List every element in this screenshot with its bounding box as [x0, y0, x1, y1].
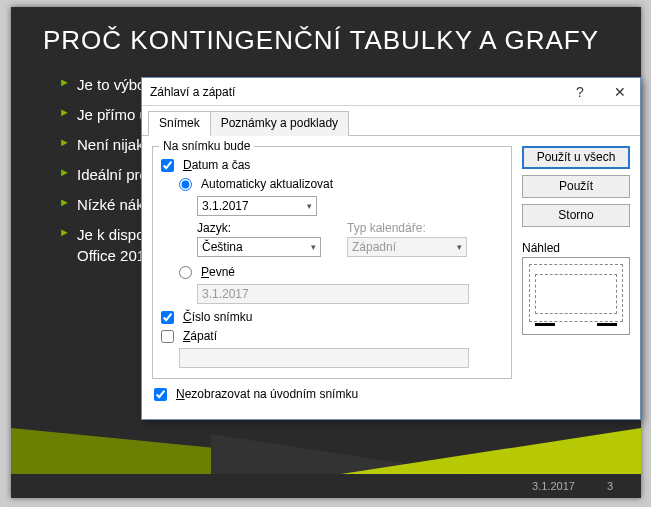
language-label: Jazyk:: [197, 221, 321, 235]
help-icon: ?: [576, 84, 584, 100]
hide-on-title-checkbox[interactable]: [154, 388, 167, 401]
cancel-button[interactable]: Storno: [522, 204, 630, 227]
chevron-down-icon: ▾: [307, 201, 312, 211]
date-format-select[interactable]: 3.1.2017 ▾: [197, 196, 317, 216]
close-icon: ✕: [614, 84, 626, 100]
footer-checkbox[interactable]: [161, 330, 174, 343]
fixed-label: Pevné: [201, 265, 235, 279]
close-button[interactable]: ✕: [600, 78, 640, 105]
apply-all-button[interactable]: Použít u všech: [522, 146, 630, 169]
slide-number-checkbox[interactable]: [161, 311, 174, 324]
chevron-down-icon: ▾: [311, 242, 316, 252]
footer-text-input: [179, 348, 469, 368]
fixed-radio[interactable]: [179, 266, 192, 279]
chevron-down-icon: ▾: [457, 242, 462, 252]
slide-decoration: [11, 428, 641, 474]
footer-label: Zápatí: [183, 329, 217, 343]
header-footer-dialog: Záhlaví a zápatí ? ✕ Snímek Poznámky a p…: [141, 77, 641, 420]
footer-date: 3.1.2017: [532, 480, 575, 492]
auto-update-label: Automaticky aktualizovat: [201, 177, 333, 191]
calendar-type-select: Západní ▾: [347, 237, 467, 257]
language-select[interactable]: Čeština ▾: [197, 237, 321, 257]
dialog-title: Záhlaví a zápatí: [150, 85, 560, 99]
slide-number-label: Číslo snímku: [183, 310, 252, 324]
preview-thumbnail: [522, 257, 630, 335]
apply-button[interactable]: Použít: [522, 175, 630, 198]
dialog-tabs: Snímek Poznámky a podklady: [142, 106, 640, 136]
help-button[interactable]: ?: [560, 78, 600, 105]
hide-on-title-label: Nezobrazovat na úvodním snímku: [176, 387, 358, 401]
datetime-label: Datum a čas: [183, 158, 250, 172]
language-value: Čeština: [202, 240, 243, 254]
calendar-type-value: Západní: [352, 240, 396, 254]
date-format-value: 3.1.2017: [202, 199, 249, 213]
footer-page-number: 3: [607, 480, 613, 492]
datetime-checkbox[interactable]: [161, 159, 174, 172]
tab-slide[interactable]: Snímek: [148, 111, 211, 136]
calendar-type-label: Typ kalendáře:: [347, 221, 467, 235]
include-on-slide-group: Na snímku bude Datum a čas Automaticky a…: [152, 146, 512, 379]
slide-footer: 3.1.2017 3: [11, 474, 641, 498]
dialog-titlebar: Záhlaví a zápatí ? ✕: [142, 78, 640, 106]
slide-title: PROČ KONTINGENČNÍ TABULKY A GRAFY: [11, 7, 641, 56]
preview-label: Náhled: [522, 241, 630, 255]
group-title: Na snímku bude: [159, 139, 254, 153]
fixed-date-input: [197, 284, 469, 304]
auto-update-radio[interactable]: [179, 178, 192, 191]
tab-notes[interactable]: Poznámky a podklady: [210, 111, 349, 136]
